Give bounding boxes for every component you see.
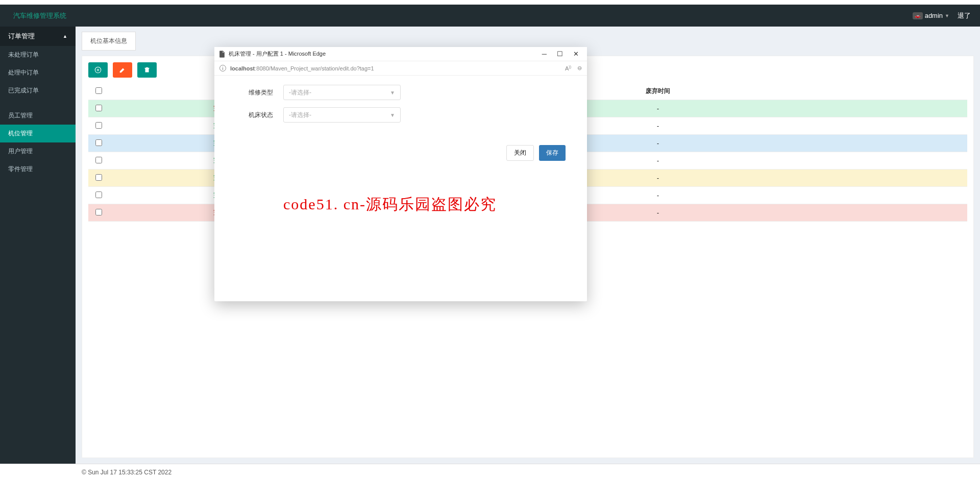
sidebar-item-4[interactable]: 机位管理 [0, 125, 76, 142]
chevron-down-icon: ▼ [390, 112, 395, 118]
avatar-icon: 🚗 [913, 12, 923, 19]
username: admin [925, 12, 943, 19]
document-icon [218, 51, 226, 58]
plus-circle-icon [94, 66, 102, 74]
zoom-icon[interactable]: ⊖ [577, 65, 582, 71]
chevron-up-icon: ▲ [63, 34, 67, 39]
row-checkbox[interactable] [95, 174, 102, 181]
close-button[interactable]: 关闭 [506, 145, 534, 161]
row-checkbox[interactable] [95, 209, 102, 215]
sidebar-item-3[interactable]: 员工管理 [0, 107, 76, 125]
modal-titlebar: 机床管理 - 用户配置 1 - Microsoft Edge ─ ☐ ✕ [214, 47, 587, 61]
row-checkbox[interactable] [95, 191, 102, 198]
close-icon[interactable]: ✕ [573, 50, 579, 58]
trash-icon [143, 66, 151, 74]
modal-title-text: 机床管理 - 用户配置 1 - Microsoft Edge [229, 50, 326, 58]
row-checkbox[interactable] [95, 139, 102, 146]
row-checkbox[interactable] [95, 157, 102, 163]
footer: © Sun Jul 17 15:33:25 CST 2022 [0, 464, 980, 480]
app-logo: 汽车维修管理系统 [9, 11, 66, 20]
chevron-down-icon: ▼ [945, 13, 949, 18]
read-aloud-icon[interactable]: A)) [565, 65, 571, 71]
sidebar-item-1[interactable]: 处理中订单 [0, 64, 76, 82]
add-button[interactable] [88, 62, 108, 78]
delete-button[interactable] [137, 62, 157, 78]
sidebar-item-6[interactable]: 零件管理 [0, 160, 76, 178]
select-machine-status[interactable]: -请选择- ▼ [283, 107, 401, 123]
chevron-down-icon: ▼ [390, 90, 395, 95]
info-icon[interactable]: i [219, 65, 226, 71]
select-all-checkbox[interactable] [95, 87, 102, 94]
sidebar-item-5[interactable]: 用户管理 [0, 142, 76, 160]
label-machine-status: 机床状态 [230, 111, 283, 119]
logout-link[interactable]: 退了 [958, 11, 971, 20]
save-button[interactable]: 保存 [539, 145, 566, 161]
user-menu[interactable]: 🚗 admin ▼ [913, 12, 949, 19]
row-checkbox[interactable] [95, 122, 102, 129]
minimize-icon[interactable]: ─ [542, 50, 547, 58]
row-checkbox[interactable] [95, 105, 102, 111]
edit-modal: 机床管理 - 用户配置 1 - Microsoft Edge ─ ☐ ✕ i l… [214, 47, 587, 301]
sidebar: 订单管理 ▲ 未处理订单处理中订单已完成订单员工管理机位管理用户管理零件管理 [0, 27, 76, 464]
sidebar-item-2[interactable]: 已完成订单 [0, 82, 76, 100]
maximize-icon[interactable]: ☐ [557, 50, 563, 58]
header: 汽车维修管理系统 🚗 admin ▼ 退了 [0, 5, 980, 27]
label-repair-type: 维修类型 [230, 88, 283, 97]
sidebar-group-orders[interactable]: 订单管理 ▲ [0, 27, 76, 46]
pencil-icon [119, 66, 126, 74]
edit-button[interactable] [113, 62, 132, 78]
select-repair-type[interactable]: -请选择- ▼ [283, 85, 401, 100]
sidebar-item-0[interactable]: 未处理订单 [0, 46, 76, 64]
modal-url-bar: i localhost:8080/Maven_Project_war/stati… [214, 61, 587, 76]
tab-station-info[interactable]: 机位基本信息 [82, 32, 136, 51]
